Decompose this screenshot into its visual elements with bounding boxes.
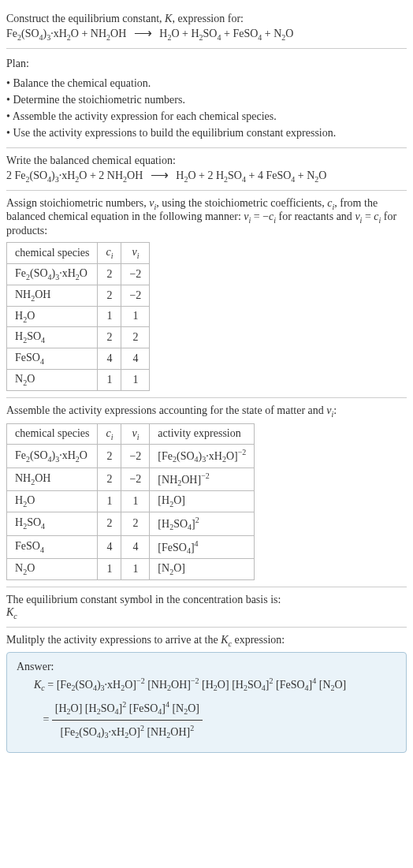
cell-species: FeSO4 <box>7 348 98 370</box>
fraction-denominator: [Fe2(SO4)3·xH2O]2 [NH2OH]2 <box>52 721 203 743</box>
cell-species: Fe2(SO4)3·xH2O <box>7 445 98 468</box>
balanced-title: Write the balanced chemical equation: <box>6 155 407 167</box>
cell-nui: 1 <box>121 491 150 512</box>
cell-ci: 2 <box>98 285 121 306</box>
cell-ci: 1 <box>98 306 121 327</box>
table-row: NH2OH2−2[NH2OH]−2 <box>7 468 255 490</box>
answer-title: Answer: <box>17 661 396 673</box>
fraction: [H2O] [H2SO4]2 [FeSO4]4 [N2O] [Fe2(SO4)3… <box>52 697 203 744</box>
arrow-icon: ⟶ <box>146 168 173 181</box>
table-row: H2SO422[H2SO4]2 <box>7 512 255 535</box>
table-row: H2O11[H2O] <box>7 491 255 512</box>
plan-item: Balance the chemical equation. <box>6 75 407 91</box>
table-header-row: chemical species ci νi <box>7 243 150 264</box>
construct-text: Construct the equilibrium constant, K, e… <box>6 13 407 25</box>
section-assemble: Assemble the activity expressions accoun… <box>6 398 407 587</box>
cell-species: Fe2(SO4)3·xH2O <box>7 263 98 285</box>
cell-ci: 2 <box>98 445 121 468</box>
plan-item: Assemble the activity expression for eac… <box>6 108 407 125</box>
table-row: FeSO444 <box>7 348 150 370</box>
cell-ci: 2 <box>98 263 121 285</box>
table-row: H2O11 <box>7 306 150 327</box>
table-row: Fe2(SO4)3·xH2O2−2[Fe2(SO4)3·xH2O]−2 <box>7 445 255 468</box>
cell-ci: 2 <box>98 327 121 348</box>
cell-species: H2O <box>7 306 98 327</box>
table-row: N2O11 <box>7 369 150 390</box>
cell-ci: 2 <box>98 468 121 490</box>
section-header: Construct the equilibrium constant, K, e… <box>6 6 407 49</box>
cell-nui: −2 <box>121 285 150 306</box>
col-nui: νi <box>121 423 150 445</box>
cell-species: N2O <box>7 558 98 579</box>
table-row: H2SO422 <box>7 327 150 348</box>
table-row: NH2OH2−2 <box>7 285 150 306</box>
kc-expression-line2: = = [H2O] [H2SO4]2 [FeSO4]4 [N2O] [Fe2(S… <box>34 697 396 744</box>
cell-nui: −2 <box>121 468 150 490</box>
cell-ci: 4 <box>98 535 121 558</box>
cell-nui: 2 <box>121 512 150 535</box>
activity-table: chemical species ci νi activity expressi… <box>6 423 255 580</box>
cell-nui: 1 <box>121 306 150 327</box>
col-ci: ci <box>98 423 121 445</box>
cell-species: NH2OH <box>7 285 98 306</box>
cell-activity: [Fe2(SO4)3·xH2O]−2 <box>150 445 255 468</box>
cell-nui: 1 <box>121 558 150 579</box>
cell-nui: −2 <box>121 263 150 285</box>
cell-activity: [H2O] <box>150 491 255 512</box>
cell-species: H2O <box>7 491 98 512</box>
fraction-numerator: [H2O] [H2SO4]2 [FeSO4]4 [N2O] <box>52 697 203 721</box>
col-species: chemical species <box>7 243 98 264</box>
stoichiometric-table: chemical species ci νi Fe2(SO4)3·xH2O2−2… <box>6 242 150 391</box>
cell-species: FeSO4 <box>7 535 98 558</box>
section-multiply: Mulitply the activity expressions to arr… <box>6 628 407 759</box>
cell-activity: [H2SO4]2 <box>150 512 255 535</box>
text: , expression for: <box>172 13 244 24</box>
cell-ci: 1 <box>98 558 121 579</box>
col-activity: activity expression <box>150 423 255 445</box>
cell-ci: 1 <box>98 491 121 512</box>
plan-title: Plan: <box>6 55 407 72</box>
cell-ci: 1 <box>98 369 121 390</box>
cell-species: N2O <box>7 369 98 390</box>
text: Construct the equilibrium constant, <box>6 13 165 24</box>
cell-activity: [FeSO4]4 <box>150 535 255 558</box>
answer-box: Answer: Kc = [Fe2(SO4)3·xH2O]−2 [NH2OH]−… <box>6 652 407 752</box>
kc-symbol: Kc <box>6 606 407 620</box>
k-symbol: K <box>165 13 172 24</box>
cell-ci: 2 <box>98 512 121 535</box>
table-row: N2O11[N2O] <box>7 558 255 579</box>
balanced-equation: 2 Fe2(SO4)3·xH2O + 2 NH2OH ⟶ H2O + 2 H2S… <box>6 167 407 184</box>
cell-species: H2SO4 <box>7 512 98 535</box>
cell-activity: [N2O] <box>150 558 255 579</box>
cell-nui: −2 <box>121 445 150 468</box>
assemble-text: Assemble the activity expressions accoun… <box>6 404 407 419</box>
unbalanced-equation: Fe2(SO4)3·xH2O + NH2OH ⟶ H2O + H2SO4 + F… <box>6 25 407 42</box>
cell-activity: [NH2OH]−2 <box>150 468 255 490</box>
section-symbol: The equilibrium constant symbol in the c… <box>6 587 407 628</box>
table-row: Fe2(SO4)3·xH2O2−2 <box>7 263 150 285</box>
cell-nui: 4 <box>121 348 150 370</box>
col-nui: νi <box>121 243 150 264</box>
kc-expression-line1: Kc = [Fe2(SO4)3·xH2O]−2 [NH2OH]−2 [H2O] … <box>34 673 396 696</box>
table-row: FeSO444[FeSO4]4 <box>7 535 255 558</box>
arrow-icon: ⟶ <box>129 26 157 39</box>
col-species: chemical species <box>7 423 98 445</box>
plan-item: Determine the stoichiometric numbers. <box>6 91 407 108</box>
cell-nui: 2 <box>121 327 150 348</box>
assign-text: Assign stoichiometric numbers, νi, using… <box>6 197 407 238</box>
section-balanced: Write the balanced chemical equation: 2 … <box>6 148 407 191</box>
multiply-text: Mulitply the activity expressions to arr… <box>6 634 407 648</box>
section-plan: Plan: Balance the chemical equation. Det… <box>6 49 407 148</box>
plan-item: Use the activity expressions to build th… <box>6 125 407 141</box>
cell-nui: 4 <box>121 535 150 558</box>
cell-species: NH2OH <box>7 468 98 490</box>
section-assign: Assign stoichiometric numbers, νi, using… <box>6 191 407 398</box>
plan-list: Balance the chemical equation. Determine… <box>6 75 407 141</box>
cell-species: H2SO4 <box>7 327 98 348</box>
symbol-text: The equilibrium constant symbol in the c… <box>6 594 407 606</box>
col-ci: ci <box>98 243 121 264</box>
table-header-row: chemical species ci νi activity expressi… <box>7 423 255 445</box>
cell-ci: 4 <box>98 348 121 370</box>
cell-nui: 1 <box>121 369 150 390</box>
